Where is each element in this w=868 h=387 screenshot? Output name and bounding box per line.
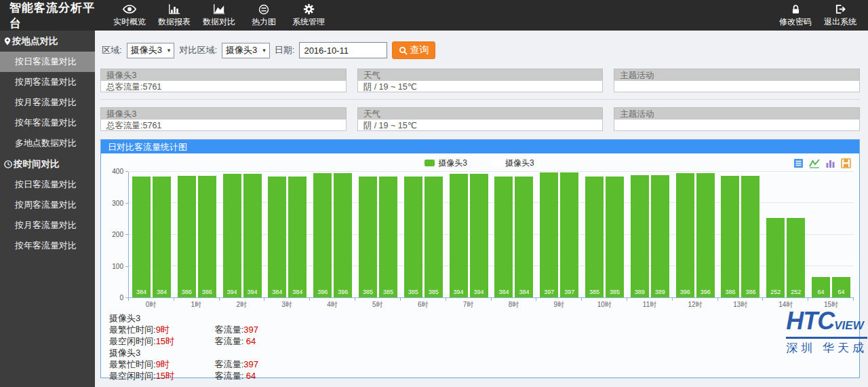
chart-bar[interactable]: 394 [450,174,468,297]
sidebar-item-monthly-by-time[interactable]: 按月客流量对比 [0,215,95,236]
x-axis-tick-label: 8时 [491,298,536,309]
sidebar-item-yearly-by-location[interactable]: 按年客流量对比 [0,113,95,133]
bar-group: 386386 [718,172,764,297]
stats-camera-name: 摄像头3 [109,312,854,324]
chart-bar[interactable]: 397 [560,172,578,297]
chart-bar[interactable]: 252 [787,218,805,297]
sidebar-item-yearly-by-time[interactable]: 按年客流量对比 [0,236,95,256]
nav-label: 数据对比 [203,16,235,28]
chart-bar[interactable]: 396 [676,173,694,297]
camera-panel-1: 摄像头3 总客流量:5761 [100,69,347,92]
nav-label: 退出系统 [824,16,856,28]
chart-bar[interactable]: 385 [379,177,397,297]
x-axis-tick-label: 12时 [673,298,718,309]
bar-value-label: 384 [285,289,309,295]
nav-item-system-admin[interactable]: 系统管理 [286,0,331,31]
chart-stats: 摄像头3 最繁忙时间:9时 客流量:397 最空闲时间:15时 客流量: 64 … [109,312,854,382]
nav-item-logout[interactable]: 退出系统 [818,3,863,28]
bar-group: 394394 [446,172,492,297]
bar-group: 384384 [264,172,310,297]
chart-bar[interactable]: 386 [721,176,739,297]
chart-bar[interactable]: 384 [494,177,513,297]
x-axis-tick-label: 0时 [128,298,174,309]
sidebar-item-daily-by-location[interactable]: 按日客流量对比 [0,52,95,72]
legend-item[interactable]: 摄像头3 [492,158,534,169]
sidebar-item-multi-location[interactable]: 多地点数据对比 [0,133,95,153]
chart-bar[interactable]: 386 [178,176,196,297]
bar-type-icon[interactable] [825,158,835,168]
chart-bar[interactable]: 385 [606,177,624,297]
x-axis-tick-label: 2时 [219,298,264,309]
stats-idle-line: 最空闲时间:15时 客流量: 64 [109,335,854,347]
chart-bar[interactable]: 394 [470,174,488,297]
nav-item-realtime-overview[interactable]: 实时概览 [107,0,152,31]
chart-bar[interactable]: 384 [153,177,171,297]
x-axis-tick-label: 1时 [174,298,219,309]
stats-busy-line: 最繁忙时间:9时 客流量:397 [109,358,854,370]
chart-bar[interactable]: 384 [515,177,533,297]
nav-item-change-password[interactable]: 修改密码 [773,3,818,28]
row-divider [100,99,860,100]
chart-bar[interactable]: 386 [198,176,216,297]
region-label: 区域: [102,44,122,56]
query-button[interactable]: 查询 [392,41,435,59]
x-axis-tick-label: 9时 [536,298,582,309]
compare-region-label: 对比区域: [179,44,217,56]
sidebar-item-weekly-by-time[interactable]: 按周客流量对比 [0,195,95,215]
line-type-icon[interactable] [809,158,820,168]
theme-activity-value [614,119,860,131]
chevron-down-icon: ▾ [262,47,266,54]
chart-bar[interactable]: 385 [585,177,604,297]
bar-group: 252252 [763,172,808,297]
chart-bar[interactable]: 396 [313,173,332,297]
theme-activity-panel-1: 主题活动 [614,69,860,92]
sidebar-section-by-location: 按地点对比 [0,31,95,52]
x-axis-tick-label: 3时 [264,298,310,309]
idle-time-value: 15时 [156,371,174,381]
chart-bar[interactable]: 389 [651,175,669,297]
chart-bar[interactable]: 389 [631,175,649,297]
search-icon [399,46,408,55]
sidebar-section-by-time: 按时间对比 [0,153,95,174]
busy-flow-value: 397 [243,325,258,335]
chart-bar[interactable]: 396 [334,173,352,297]
chart-bar[interactable]: 394 [223,174,241,297]
x-axis-tick-label: 7时 [446,298,491,309]
legend-label: 摄像头3 [505,158,534,169]
logo-brand-text: HTCVIEW [786,310,867,339]
nav-item-heatmap[interactable]: 热力图 [241,0,286,31]
data-view-icon[interactable] [793,158,804,168]
chart-bar[interactable]: 396 [696,173,715,297]
chart-bar[interactable]: 394 [243,174,262,297]
chart-bar[interactable]: 64 [832,277,850,297]
chart-bar[interactable]: 386 [741,176,760,297]
region-select[interactable]: 摄像头3 ▾ [127,43,175,58]
chart-bar[interactable]: 385 [425,177,443,297]
compare-region-select[interactable]: 摄像头3 ▾ [222,43,270,58]
bar-value-label: 396 [331,289,355,295]
nav-label: 热力图 [252,16,276,28]
chart-bar[interactable]: 384 [288,177,307,297]
sidebar-item-daily-by-time[interactable]: 按日客流量对比 [0,174,95,195]
nav-label: 实时概览 [113,16,146,28]
chart-bar[interactable]: 385 [359,177,377,297]
sidebar-item-weekly-by-location[interactable]: 按周客流量对比 [0,72,95,92]
logo-subtitle: 深圳 华天成 [786,340,867,356]
bar-value-label: 389 [648,289,672,295]
sidebar-item-monthly-by-location[interactable]: 按月客流量对比 [0,92,95,113]
nav-item-data-compare[interactable]: 数据对比 [197,0,241,31]
chart-bar[interactable]: 64 [812,277,830,297]
nav-item-data-report[interactable]: 数据报表 [152,0,197,31]
stats-busy-line: 最繁忙时间:9时 客流量:397 [109,324,854,335]
bar-group: 396396 [673,172,718,297]
chart-bar[interactable]: 384 [132,177,151,297]
chart-bar[interactable]: 384 [268,177,286,297]
eye-icon [122,3,137,16]
chart-bar[interactable]: 252 [766,218,785,297]
legend-item[interactable]: 摄像头3 [425,158,467,169]
chart-bar[interactable]: 385 [404,177,422,297]
date-input[interactable] [299,42,387,58]
save-image-icon[interactable] [841,158,851,168]
chart-bar[interactable]: 397 [540,172,558,297]
panel-title: 天气 [357,107,604,119]
